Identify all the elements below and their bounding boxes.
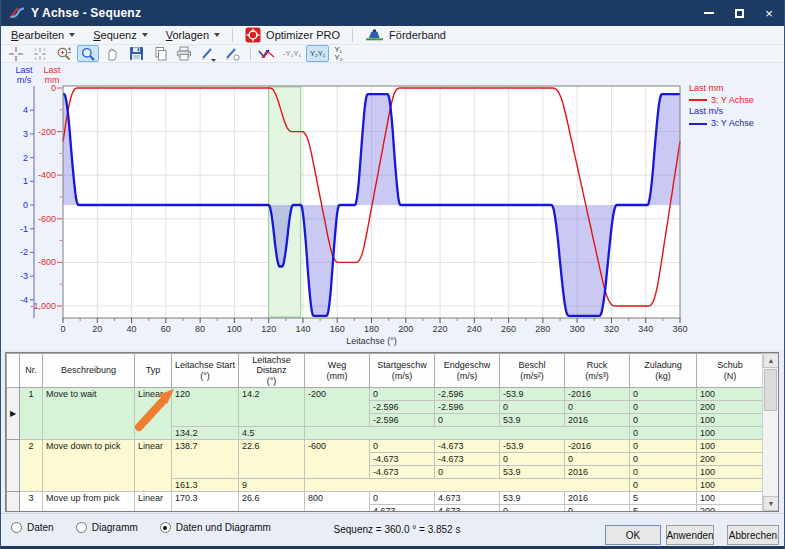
cell-endgeschw[interactable]: 4.673	[435, 492, 500, 505]
menu-item-bearbeiten[interactable]: Bearbeiten	[1, 27, 83, 43]
cell-endgeschw[interactable]: 4.673	[435, 505, 500, 512]
cell-startgeschw[interactable]: -2.596	[370, 401, 435, 414]
cell-startgeschw[interactable]: 0	[370, 388, 435, 401]
cell-endgeschw[interactable]: -2.596	[435, 388, 500, 401]
cell-zuladung[interactable]: 5	[630, 492, 697, 505]
cell-dwell-blank[interactable]	[305, 427, 630, 440]
cell-weg[interactable]: 800	[305, 492, 370, 512]
cell-beschl[interactable]: 53.9	[500, 414, 565, 427]
cell-leitachse-start[interactable]: 134.2	[172, 427, 239, 440]
maximize-button[interactable]	[724, 2, 754, 24]
cell-beschl[interactable]: 0	[500, 453, 565, 466]
menu-item-sequenz[interactable]: Sequenz	[83, 27, 155, 43]
scrollbar-thumb[interactable]	[764, 369, 777, 411]
cell-startgeschw[interactable]: -4.673	[370, 453, 435, 466]
cell-schub[interactable]: 200	[697, 453, 764, 466]
cell-ruck[interactable]: 2016	[565, 414, 630, 427]
cell-beschreibung[interactable]: Move up from pick	[43, 492, 135, 512]
ok-button[interactable]: OK	[605, 525, 661, 545]
cell-leitachse-start[interactable]: 161.3	[172, 479, 239, 492]
cell-schub[interactable]: 100	[697, 388, 764, 401]
cell-nr[interactable]: 1	[20, 388, 43, 440]
cell-schub[interactable]: 100	[697, 427, 764, 440]
table-scrollbar[interactable]: ▲ ▼	[762, 353, 778, 511]
cell-zuladung[interactable]: 0	[630, 466, 697, 479]
cell-zuladung[interactable]: 5	[630, 505, 697, 512]
cell-leitachse-distanz[interactable]: 9	[239, 479, 305, 492]
cell-schub[interactable]: 100	[697, 466, 764, 479]
cell-weg[interactable]: -200	[305, 388, 370, 427]
cell-endgeschw[interactable]: -4.673	[435, 453, 500, 466]
cell-leitachse-distanz[interactable]: 26.6	[239, 492, 305, 512]
cell-schub[interactable]: 100	[697, 414, 764, 427]
cell-nr[interactable]: 3	[20, 492, 43, 512]
cell-leitachse-distanz[interactable]: 14.2	[239, 388, 305, 427]
cell-ruck[interactable]: -2016	[565, 388, 630, 401]
foerderband-button[interactable]: Förderband	[357, 27, 454, 43]
cell-beschl[interactable]: -53.9	[500, 388, 565, 401]
cell-endgeschw[interactable]: 0	[435, 466, 500, 479]
cell-leitachse-distanz[interactable]: 22.6	[239, 440, 305, 479]
cell-ruck[interactable]: 0	[565, 453, 630, 466]
cell-zuladung[interactable]: 0	[630, 440, 697, 453]
cell-endgeschw[interactable]: -4.673	[435, 440, 500, 453]
cell-dwell-blank[interactable]	[305, 479, 630, 492]
cell-ruck[interactable]: -2016	[565, 440, 630, 453]
cell-ruck[interactable]: 2016	[565, 466, 630, 479]
radio-diagramm[interactable]: Diagramm	[76, 522, 138, 533]
close-button[interactable]: ×	[754, 2, 784, 24]
menu-item-vorlagen[interactable]: Vorlagen	[156, 27, 228, 43]
cell-leitachse-start[interactable]: 170.3	[172, 492, 239, 512]
cell-beschl[interactable]: 53.9	[500, 466, 565, 479]
cell-schub[interactable]: 100	[697, 492, 764, 505]
cancel-button[interactable]: Abbrechen	[727, 525, 779, 545]
cell-row-selector[interactable]: ▶	[7, 388, 20, 440]
cell-typ[interactable]: Linear	[135, 440, 172, 492]
cell-leitachse-distanz[interactable]: 4.5	[239, 427, 305, 440]
cell-beschreibung[interactable]: Move down to pick	[43, 440, 135, 492]
scroll-up-icon[interactable]: ▲	[763, 353, 779, 368]
cell-schub[interactable]: 100	[697, 479, 764, 492]
cell-nr[interactable]: 2	[20, 440, 43, 492]
cell-startgeschw[interactable]: -4.673	[370, 466, 435, 479]
cell-ruck[interactable]: 0	[565, 505, 630, 512]
cell-startgeschw[interactable]: 0	[370, 440, 435, 453]
cell-endgeschw[interactable]: 0	[435, 414, 500, 427]
radio-daten[interactable]: Daten	[11, 522, 54, 533]
radio-daten-und-diagramm[interactable]: Daten und Diagramm	[160, 522, 271, 533]
cell-startgeschw[interactable]: 0	[370, 492, 435, 505]
cell-beschl[interactable]: 0	[500, 401, 565, 414]
cell-endgeschw[interactable]: -2.596	[435, 401, 500, 414]
cell-leitachse-start[interactable]: 138.7	[172, 440, 239, 479]
cell-typ[interactable]: Linear	[135, 492, 172, 512]
cell-beschl[interactable]: 53.9	[500, 492, 565, 505]
cell-ruck[interactable]: 2016	[565, 492, 630, 505]
cell-zuladung[interactable]: 0	[630, 479, 697, 492]
cell-beschl[interactable]: -53.9	[500, 440, 565, 453]
table-row[interactable]: ▶1Move to waitLinear12014.2-2000-2.596-5…	[7, 388, 764, 401]
cell-leitachse-start[interactable]: 120	[172, 388, 239, 427]
cell-row-selector[interactable]	[7, 440, 20, 492]
minimize-button[interactable]	[694, 2, 724, 24]
cell-schub[interactable]: 200	[697, 505, 764, 512]
cell-ruck[interactable]: 0	[565, 401, 630, 414]
optimizer-pro-button[interactable]: Optimizer PRO	[237, 26, 348, 44]
cell-beschl[interactable]: 0	[500, 505, 565, 512]
cell-zuladung[interactable]: 0	[630, 414, 697, 427]
cell-schub[interactable]: 200	[697, 401, 764, 414]
cell-beschreibung[interactable]: Move to wait	[43, 388, 135, 440]
cell-startgeschw[interactable]: -2.596	[370, 414, 435, 427]
cell-typ[interactable]: Linear	[135, 388, 172, 440]
cell-zuladung[interactable]: 0	[630, 427, 697, 440]
cell-schub[interactable]: 100	[697, 440, 764, 453]
cell-zuladung[interactable]: 0	[630, 388, 697, 401]
apply-button[interactable]: Anwenden	[666, 525, 714, 545]
table-row[interactable]: 3Move up from pickLinear170.326.680004.6…	[7, 492, 764, 505]
sequence-table[interactable]: Nr.BeschreibungTypLeitachse Start (°)Lei…	[6, 353, 764, 512]
cell-row-selector[interactable]	[7, 492, 20, 512]
title-bar[interactable]: Y Achse - Sequenz ×	[1, 0, 784, 26]
cell-startgeschw[interactable]: 4.673	[370, 505, 435, 512]
cell-weg[interactable]: -600	[305, 440, 370, 479]
table-row[interactable]: 2Move down to pickLinear138.722.6-6000-4…	[7, 440, 764, 453]
cell-zuladung[interactable]: 0	[630, 401, 697, 414]
